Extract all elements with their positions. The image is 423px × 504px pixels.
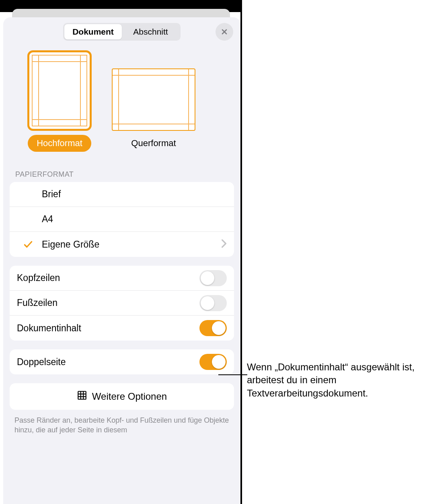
portrait-thumb-icon bbox=[27, 50, 92, 131]
paper-option-custom[interactable]: Eigene Größe bbox=[10, 232, 234, 257]
paper-option-letter-label: Brief bbox=[42, 189, 227, 200]
orientation-landscape[interactable]: Querformat bbox=[112, 68, 195, 152]
close-button[interactable] bbox=[216, 23, 233, 41]
paper-option-a4[interactable]: A4 bbox=[10, 207, 234, 232]
svg-rect-0 bbox=[78, 391, 86, 399]
panel-header: Dokument Abschnitt bbox=[3, 17, 240, 46]
panel-divider bbox=[240, 0, 242, 504]
toggle-row-document-body: Dokumentinhalt bbox=[10, 316, 234, 341]
callout-leader-line bbox=[218, 374, 247, 375]
orientation-selector: Hochformat Querformat bbox=[3, 46, 240, 152]
document-body-toggle[interactable] bbox=[199, 320, 227, 336]
tab-segmented-control: Dokument Abschnitt bbox=[63, 23, 181, 41]
orientation-portrait-label: Hochformat bbox=[28, 135, 91, 152]
orientation-portrait[interactable]: Hochformat bbox=[27, 50, 92, 152]
document-body-label: Dokumentinhalt bbox=[17, 323, 199, 334]
more-options-button[interactable]: Weitere Optionen bbox=[10, 383, 234, 410]
paper-format-list: Brief A4 Eigene Größe bbox=[10, 182, 234, 257]
document-settings-panel: Dokument Abschnitt Hochformat Querformat… bbox=[3, 17, 240, 504]
headers-label: Kopfzeilen bbox=[17, 273, 199, 283]
facing-pages-toggle[interactable] bbox=[199, 354, 227, 370]
more-options-label: Weitere Optionen bbox=[92, 391, 167, 402]
tab-section[interactable]: Abschnitt bbox=[122, 24, 179, 39]
facing-pages-label: Doppelseite bbox=[17, 357, 199, 368]
close-icon bbox=[220, 28, 228, 36]
toggle-row-facing-pages: Doppelseite bbox=[10, 349, 234, 374]
paper-option-a4-label: A4 bbox=[42, 214, 227, 225]
chevron-right-icon bbox=[221, 239, 227, 250]
paper-option-letter[interactable]: Brief bbox=[10, 182, 234, 207]
paper-option-custom-label: Eigene Größe bbox=[42, 239, 221, 250]
callout-text: Wenn „Dokumentinhalt“ ausgewählt ist, ar… bbox=[247, 361, 416, 400]
footers-label: Fußzeilen bbox=[17, 297, 199, 308]
facing-pages-group: Doppelseite bbox=[10, 349, 234, 374]
grid-icon bbox=[77, 390, 87, 403]
toggle-row-headers: Kopfzeilen bbox=[10, 266, 234, 291]
paper-format-heading: Papierformat bbox=[3, 152, 240, 182]
more-options-footer-note: Passe Ränder an, bearbeite Kopf- und Fuß… bbox=[3, 410, 240, 435]
checkmark-icon bbox=[20, 239, 36, 250]
orientation-landscape-label: Querformat bbox=[122, 135, 185, 152]
headers-toggle[interactable] bbox=[199, 270, 227, 286]
layout-toggles-group: Kopfzeilen Fußzeilen Dokumentinhalt bbox=[10, 266, 234, 341]
toggle-row-footers: Fußzeilen bbox=[10, 291, 234, 316]
footers-toggle[interactable] bbox=[199, 295, 227, 311]
tab-document[interactable]: Dokument bbox=[64, 24, 122, 39]
landscape-thumb-icon bbox=[112, 68, 195, 131]
